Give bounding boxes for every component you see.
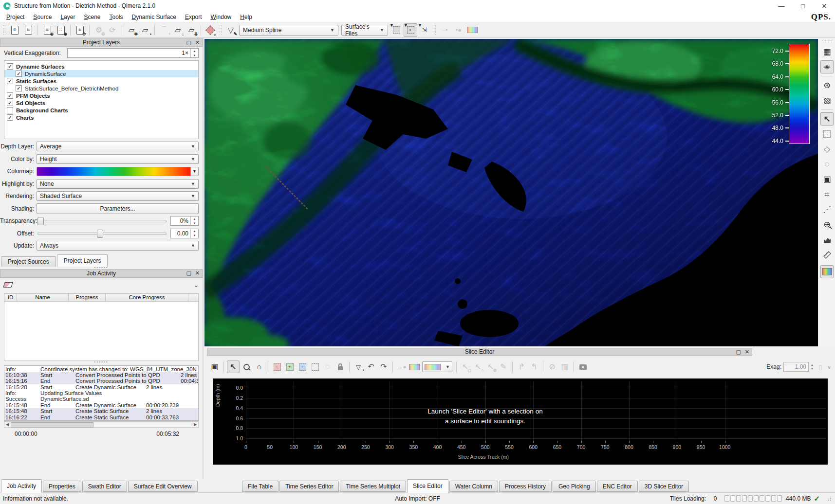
toolbar-drag-handle[interactable]	[3, 25, 6, 36]
spin-up-icon[interactable]: ▲	[191, 229, 198, 234]
layer-checkbox[interactable]	[16, 85, 22, 91]
job-table-column-header[interactable]: Name	[17, 294, 69, 301]
layer-tree-item[interactable]: StaticSurface_Before_DietrichMethod	[4, 85, 198, 92]
status-ok-icon[interactable]: ✓	[814, 494, 820, 503]
polygon-select-icon[interactable]: ⌗	[820, 188, 834, 201]
job-activity-header[interactable]: Job Activity ▢ ✕	[0, 269, 203, 278]
pick-soundings-icon[interactable]: ▱↓	[171, 24, 184, 36]
bottom-right-tab[interactable]: Water Column	[449, 481, 498, 492]
rendering-combo[interactable]: Shaded Surface▼	[37, 191, 199, 201]
info-page-icon[interactable]: ▯	[816, 361, 825, 373]
camera-snapshot-icon[interactable]	[577, 361, 589, 373]
collapse-jobs-icon[interactable]: ⌄	[194, 282, 199, 288]
colormap-chip-icon[interactable]	[408, 361, 420, 373]
filter-select-rect-icon[interactable]: ▼	[390, 24, 403, 36]
spin-down-icon[interactable]: ▼	[191, 53, 198, 57]
log-row[interactable]: 16:16:22 End Create Static Surface 00:00…	[4, 414, 198, 420]
scatter-select-icon[interactable]: ⋰	[820, 203, 834, 216]
float-panel-icon[interactable]: ▢	[736, 349, 741, 355]
layer-tree-item[interactable]: PFM Objects	[4, 92, 198, 99]
maximize-button[interactable]: □	[792, 0, 814, 12]
pick-point-icon[interactable]: ↖◻	[460, 361, 471, 373]
rectangle-select-icon[interactable]	[309, 361, 321, 373]
bottom-left-tab[interactable]: Surface Edit Overview	[128, 481, 198, 492]
cursor-select-icon[interactable]: ↖	[227, 360, 240, 373]
spin-up-icon[interactable]: ▲	[191, 216, 198, 221]
bottom-right-tab[interactable]: Time Series Multiplot	[340, 481, 406, 492]
bottom-right-tab[interactable]: Time Series Editor	[279, 481, 339, 492]
layer-tree-item[interactable]: Charts	[4, 114, 198, 121]
split-columns-icon[interactable]: ▥	[559, 361, 571, 373]
rectangle-select-icon[interactable]: ∷	[820, 127, 834, 141]
spin-up-icon[interactable]: ▲	[811, 363, 814, 367]
layer-checkbox[interactable]	[7, 107, 13, 113]
pick-annotate-icon[interactable]: ↖⊘	[485, 361, 497, 373]
redo-icon[interactable]: ↷	[378, 361, 390, 373]
job-table-column-header[interactable]: ID	[4, 294, 17, 301]
job-log[interactable]: Info: Coordinate system has changed to: …	[4, 365, 199, 421]
filter-select-rect-point-icon[interactable]: ▼	[404, 23, 417, 37]
minimize-button[interactable]: —	[771, 0, 792, 12]
reload-source-file-icon[interactable]: ≋⟳	[74, 24, 86, 36]
transparency-slider[interactable]	[37, 216, 167, 226]
project-layers-header[interactable]: Project Layers ▢ ✕	[0, 38, 203, 47]
bottom-right-tab[interactable]: Process History	[499, 481, 552, 492]
menu-item[interactable]: Help	[236, 12, 257, 22]
zoom-icon[interactable]	[241, 361, 252, 373]
highlight-by-combo[interactable]: None▼	[37, 179, 199, 189]
create-static-surface-icon[interactable]: ≋	[22, 24, 35, 36]
filter-expand-selection-icon[interactable]: ⇲▼	[418, 24, 431, 36]
selection-mode-icon[interactable]: ⌄	[204, 24, 217, 36]
select-cursor-icon[interactable]: ↖	[820, 112, 834, 126]
processing-settings-icon[interactable]: ⚙⚙	[93, 24, 105, 36]
undo-icon[interactable]: ↶	[365, 361, 377, 373]
surface-files-combo[interactable]: Surface's Files▼	[341, 25, 388, 36]
diamond-select-icon[interactable]: ◇	[820, 143, 834, 156]
log-row[interactable]: Info: Updating Surface Values	[4, 390, 198, 396]
scroll-right-icon[interactable]: ▶	[192, 422, 198, 427]
menu-item[interactable]: Window	[206, 12, 236, 22]
reprocess-icon[interactable]: ⟳	[106, 24, 119, 36]
job-table-column-header[interactable]: Progress	[69, 294, 106, 301]
toolbar-drag-handle[interactable]	[219, 25, 222, 36]
sonar-ping-icon[interactable]: ⌒•	[158, 24, 170, 36]
toolbar-drag-handle[interactable]	[433, 25, 436, 36]
menu-item[interactable]: Layer	[56, 12, 79, 22]
box-handles-select-icon[interactable]: ▣	[820, 173, 834, 186]
point-size-small-icon[interactable]: ∙∙•	[439, 24, 451, 36]
menu-item[interactable]: Scene	[79, 12, 105, 22]
globe-pick-icon[interactable]: ⊕↖	[820, 218, 834, 231]
rotate-3d-surface-icon[interactable]: ⊛	[820, 79, 834, 92]
float-panel-icon[interactable]: ▢	[186, 39, 191, 46]
layer-tree-item[interactable]: Static Surfaces	[4, 77, 198, 85]
menu-item[interactable]: Project	[2, 12, 29, 22]
color-scale-bar[interactable]	[789, 44, 810, 144]
flag-forward-icon[interactable]: ↱	[516, 361, 527, 373]
log-horizontal-scrollbar[interactable]: ◀ ▶	[4, 421, 199, 428]
lasso-select-icon[interactable]: ◌	[322, 361, 334, 373]
panel-tab[interactable]: Project Sources	[1, 256, 56, 267]
bottom-right-tab[interactable]: Slice Editor	[407, 479, 448, 493]
lock-selection-icon[interactable]	[334, 361, 346, 373]
chevron-down-icon[interactable]: ∨	[827, 364, 831, 370]
pick-swath-icon[interactable]: ▱⇊	[185, 24, 198, 36]
layers-2d-view-icon[interactable]: ◈	[820, 60, 834, 73]
colormap-panel-icon[interactable]	[820, 265, 834, 278]
add-raw-sonar-file-icon[interactable]: ≋⊕	[41, 24, 54, 36]
add-processed-points-icon[interactable]: ∷⊕	[55, 24, 67, 36]
home-view-icon[interactable]: ⌂	[253, 361, 265, 373]
layer-checkbox[interactable]	[7, 114, 13, 121]
offset-slider[interactable]	[37, 229, 167, 238]
log-row[interactable]: 16:15:48 End Create Dynamic Surface 00:0…	[4, 402, 198, 408]
ellipse-select-icon[interactable]: ◌	[820, 158, 834, 171]
save-icon[interactable]: ▣	[209, 361, 221, 373]
slice-filter-icon[interactable]: ▽•	[353, 361, 364, 373]
layer-tree-item[interactable]: Dynamic Surfaces	[4, 63, 198, 70]
toolbar-drag-handle[interactable]	[822, 40, 833, 43]
edit-pencil-icon[interactable]: ✎	[498, 361, 509, 373]
profile-chart-icon[interactable]	[820, 233, 834, 246]
layer-checkbox[interactable]	[7, 100, 13, 106]
bottom-left-tab[interactable]: Swath Editor	[82, 481, 127, 492]
ruler-icon[interactable]	[820, 248, 834, 261]
layer-checkbox[interactable]	[7, 92, 13, 99]
